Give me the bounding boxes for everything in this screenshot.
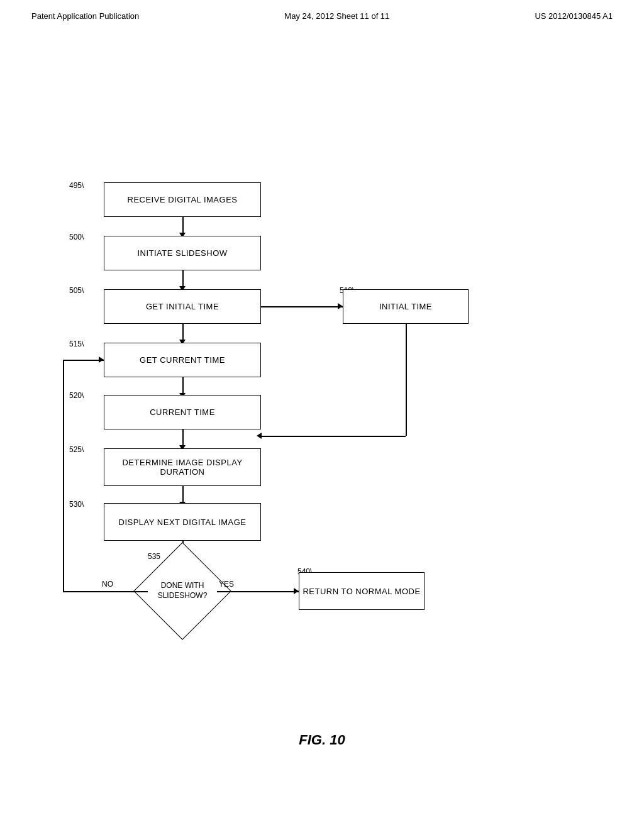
line-510-525 <box>406 324 407 436</box>
arrowhead-no-to-515 <box>99 357 104 363</box>
arrow-no-v <box>63 360 64 591</box>
label-530: 530\ <box>69 500 84 509</box>
arrowhead-yes <box>294 588 299 594</box>
box-initial-time: INITIAL TIME <box>343 289 469 324</box>
box-get-initial-time: GET INITIAL TIME <box>104 289 261 324</box>
label-515: 515\ <box>69 340 84 348</box>
box-receive-digital-images: RECEIVE DIGITAL IMAGES <box>104 182 261 217</box>
label-495: 495\ <box>69 181 84 190</box>
label-520: 520\ <box>69 391 84 400</box>
arrow-yes <box>217 591 299 592</box>
figure-caption: FIG. 10 <box>0 732 644 748</box>
label-505: 505\ <box>69 286 84 295</box>
box-determine-image-display-duration: DETERMINE IMAGE DISPLAY DURATION <box>104 448 261 486</box>
diamond-done-with-slideshow: DONE WITH SLIDESHOW? <box>148 556 217 626</box>
box-return-to-normal-mode: RETURN TO NORMAL MODE <box>299 572 425 610</box>
box-get-current-time: GET CURRENT TIME <box>104 343 261 377</box>
box-display-next-digital-image: DISPLAY NEXT DIGITAL IMAGE <box>104 503 261 541</box>
yes-label: YES <box>219 580 234 589</box>
arrow-no-to-515 <box>63 360 104 361</box>
arrow-no-h <box>63 591 148 592</box>
flowchart-diagram: 495\ RECEIVE DIGITAL IMAGES 500\ INITIAT… <box>50 101 591 572</box>
box-current-time: CURRENT TIME <box>104 395 261 429</box>
page-header: Patent Application Publication May 24, 2… <box>0 0 644 27</box>
arrowhead-to-525 <box>257 433 262 439</box>
header-right: US 2012/0130845 A1 <box>535 11 613 21</box>
arrowhead-505-510 <box>338 303 343 309</box>
box-initiate-slideshow: INITIATE SLIDESHOW <box>104 236 261 270</box>
header-middle: May 24, 2012 Sheet 11 of 11 <box>284 11 389 21</box>
arrow-505-510 <box>261 306 343 307</box>
no-label: NO <box>102 580 113 589</box>
line-510-to-525 <box>261 436 406 437</box>
label-525: 525\ <box>69 445 84 454</box>
header-left: Patent Application Publication <box>31 11 139 21</box>
label-500: 500\ <box>69 233 84 241</box>
